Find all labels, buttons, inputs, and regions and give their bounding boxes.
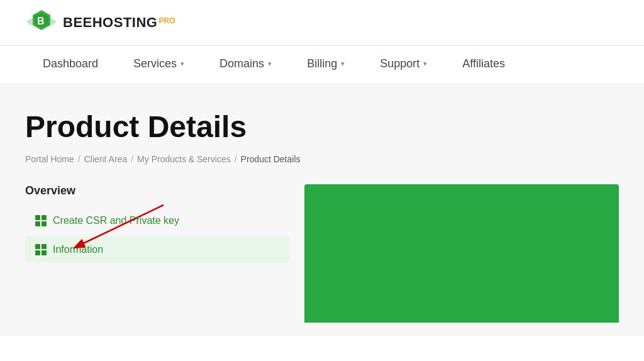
chevron-down-icon: ▾	[268, 60, 272, 68]
logo-icon: B	[25, 8, 58, 38]
header: B BEEHOSTINGPRO	[0, 0, 644, 46]
page-title: Product Details	[25, 109, 619, 144]
logo-text: BEEHOSTINGPRO	[63, 14, 175, 31]
sidebar-section-title: Overview	[25, 184, 289, 197]
grid-icon	[35, 215, 47, 226]
breadcrumb-my-products[interactable]: My Products & Services	[137, 154, 231, 164]
main-content: Product Details Portal Home / Client Are…	[0, 84, 644, 336]
chevron-down-icon: ▾	[341, 60, 345, 68]
nav-item-support[interactable]: Support ▾	[362, 46, 445, 84]
nav-item-affiliates[interactable]: Affiliates	[445, 46, 523, 84]
breadcrumb-sep-1: /	[78, 154, 80, 164]
content-layout: Overview Create CSR and Private ke	[25, 184, 619, 323]
nav-item-domains[interactable]: Domains ▾	[202, 46, 289, 84]
nav-item-dashboard[interactable]: Dashboard	[25, 46, 116, 84]
breadcrumb-sep-3: /	[235, 154, 237, 164]
breadcrumb-portal-home[interactable]: Portal Home	[25, 154, 74, 164]
breadcrumb-sep-2: /	[131, 154, 133, 164]
sidebar-item-create-csr[interactable]: Create CSR and Private key	[25, 208, 289, 234]
sidebar-item-information[interactable]: Information	[25, 236, 289, 263]
nav-item-services[interactable]: Services ▾	[116, 46, 202, 84]
svg-text:B: B	[37, 16, 45, 26]
chevron-down-icon: ▾	[423, 60, 427, 68]
grid-icon	[35, 244, 47, 255]
breadcrumb-current: Product Details	[241, 154, 301, 164]
right-panel	[304, 184, 619, 323]
nav-item-billing[interactable]: Billing ▾	[289, 46, 362, 84]
chevron-down-icon: ▾	[180, 60, 184, 68]
breadcrumb: Portal Home / Client Area / My Products …	[25, 154, 619, 164]
logo-area[interactable]: B BEEHOSTINGPRO	[25, 8, 175, 38]
sidebar: Overview Create CSR and Private ke	[25, 184, 289, 265]
breadcrumb-client-area[interactable]: Client Area	[84, 154, 127, 164]
navbar: Dashboard Services ▾ Domains ▾ Billing ▾…	[0, 46, 644, 84]
